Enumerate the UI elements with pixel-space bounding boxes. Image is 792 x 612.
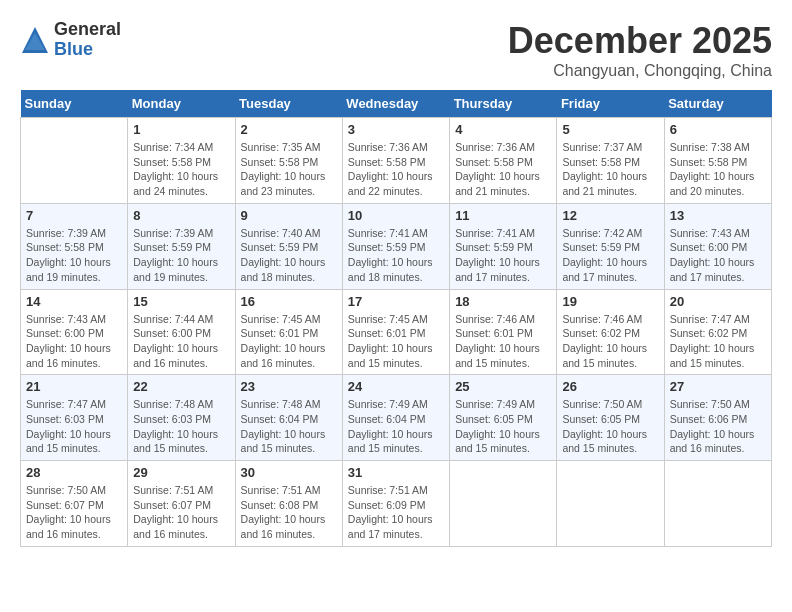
day-info: Sunrise: 7:48 AM Sunset: 6:04 PM Dayligh… (241, 397, 337, 456)
day-number: 20 (670, 294, 766, 309)
calendar-week-row: 14Sunrise: 7:43 AM Sunset: 6:00 PM Dayli… (21, 289, 772, 375)
day-number: 10 (348, 208, 444, 223)
day-number: 1 (133, 122, 229, 137)
calendar-cell: 10Sunrise: 7:41 AM Sunset: 5:59 PM Dayli… (342, 203, 449, 289)
day-number: 3 (348, 122, 444, 137)
calendar-cell: 25Sunrise: 7:49 AM Sunset: 6:05 PM Dayli… (450, 375, 557, 461)
day-number: 9 (241, 208, 337, 223)
day-info: Sunrise: 7:38 AM Sunset: 5:58 PM Dayligh… (670, 140, 766, 199)
calendar-cell: 29Sunrise: 7:51 AM Sunset: 6:07 PM Dayli… (128, 461, 235, 547)
weekday-header-friday: Friday (557, 90, 664, 118)
day-info: Sunrise: 7:34 AM Sunset: 5:58 PM Dayligh… (133, 140, 229, 199)
day-info: Sunrise: 7:46 AM Sunset: 6:01 PM Dayligh… (455, 312, 551, 371)
calendar-cell: 23Sunrise: 7:48 AM Sunset: 6:04 PM Dayli… (235, 375, 342, 461)
day-number: 23 (241, 379, 337, 394)
day-info: Sunrise: 7:45 AM Sunset: 6:01 PM Dayligh… (241, 312, 337, 371)
day-number: 13 (670, 208, 766, 223)
day-info: Sunrise: 7:41 AM Sunset: 5:59 PM Dayligh… (348, 226, 444, 285)
day-number: 24 (348, 379, 444, 394)
day-info: Sunrise: 7:48 AM Sunset: 6:03 PM Dayligh… (133, 397, 229, 456)
day-number: 2 (241, 122, 337, 137)
day-info: Sunrise: 7:50 AM Sunset: 6:06 PM Dayligh… (670, 397, 766, 456)
day-info: Sunrise: 7:49 AM Sunset: 6:05 PM Dayligh… (455, 397, 551, 456)
day-number: 11 (455, 208, 551, 223)
day-number: 25 (455, 379, 551, 394)
calendar-cell: 17Sunrise: 7:45 AM Sunset: 6:01 PM Dayli… (342, 289, 449, 375)
calendar-cell: 21Sunrise: 7:47 AM Sunset: 6:03 PM Dayli… (21, 375, 128, 461)
day-number: 4 (455, 122, 551, 137)
calendar-week-row: 1Sunrise: 7:34 AM Sunset: 5:58 PM Daylig… (21, 118, 772, 204)
day-number: 18 (455, 294, 551, 309)
weekday-header-wednesday: Wednesday (342, 90, 449, 118)
calendar-cell: 16Sunrise: 7:45 AM Sunset: 6:01 PM Dayli… (235, 289, 342, 375)
weekday-header-saturday: Saturday (664, 90, 771, 118)
day-info: Sunrise: 7:46 AM Sunset: 6:02 PM Dayligh… (562, 312, 658, 371)
calendar-cell: 18Sunrise: 7:46 AM Sunset: 6:01 PM Dayli… (450, 289, 557, 375)
calendar-cell (557, 461, 664, 547)
logo-text: General Blue (54, 20, 121, 60)
calendar-cell: 31Sunrise: 7:51 AM Sunset: 6:09 PM Dayli… (342, 461, 449, 547)
calendar-cell: 15Sunrise: 7:44 AM Sunset: 6:00 PM Dayli… (128, 289, 235, 375)
day-info: Sunrise: 7:42 AM Sunset: 5:59 PM Dayligh… (562, 226, 658, 285)
calendar-cell: 24Sunrise: 7:49 AM Sunset: 6:04 PM Dayli… (342, 375, 449, 461)
title-area: December 2025 Changyuan, Chongqing, Chin… (508, 20, 772, 80)
day-number: 14 (26, 294, 122, 309)
calendar-cell: 5Sunrise: 7:37 AM Sunset: 5:58 PM Daylig… (557, 118, 664, 204)
calendar-cell: 3Sunrise: 7:36 AM Sunset: 5:58 PM Daylig… (342, 118, 449, 204)
calendar-cell: 2Sunrise: 7:35 AM Sunset: 5:58 PM Daylig… (235, 118, 342, 204)
calendar-cell: 19Sunrise: 7:46 AM Sunset: 6:02 PM Dayli… (557, 289, 664, 375)
logo-general-text: General (54, 20, 121, 40)
day-info: Sunrise: 7:36 AM Sunset: 5:58 PM Dayligh… (348, 140, 444, 199)
day-number: 12 (562, 208, 658, 223)
calendar-cell (21, 118, 128, 204)
calendar-cell: 11Sunrise: 7:41 AM Sunset: 5:59 PM Dayli… (450, 203, 557, 289)
weekday-header-thursday: Thursday (450, 90, 557, 118)
day-info: Sunrise: 7:51 AM Sunset: 6:07 PM Dayligh… (133, 483, 229, 542)
calendar-cell: 26Sunrise: 7:50 AM Sunset: 6:05 PM Dayli… (557, 375, 664, 461)
calendar-table: SundayMondayTuesdayWednesdayThursdayFrid… (20, 90, 772, 547)
calendar-cell: 9Sunrise: 7:40 AM Sunset: 5:59 PM Daylig… (235, 203, 342, 289)
day-number: 31 (348, 465, 444, 480)
day-info: Sunrise: 7:43 AM Sunset: 6:00 PM Dayligh… (26, 312, 122, 371)
day-info: Sunrise: 7:50 AM Sunset: 6:07 PM Dayligh… (26, 483, 122, 542)
calendar-cell: 12Sunrise: 7:42 AM Sunset: 5:59 PM Dayli… (557, 203, 664, 289)
calendar-cell: 22Sunrise: 7:48 AM Sunset: 6:03 PM Dayli… (128, 375, 235, 461)
weekday-header-tuesday: Tuesday (235, 90, 342, 118)
logo: General Blue (20, 20, 121, 60)
day-info: Sunrise: 7:37 AM Sunset: 5:58 PM Dayligh… (562, 140, 658, 199)
day-info: Sunrise: 7:39 AM Sunset: 5:58 PM Dayligh… (26, 226, 122, 285)
day-number: 17 (348, 294, 444, 309)
calendar-cell: 6Sunrise: 7:38 AM Sunset: 5:58 PM Daylig… (664, 118, 771, 204)
calendar-cell: 27Sunrise: 7:50 AM Sunset: 6:06 PM Dayli… (664, 375, 771, 461)
calendar-week-row: 21Sunrise: 7:47 AM Sunset: 6:03 PM Dayli… (21, 375, 772, 461)
day-number: 26 (562, 379, 658, 394)
day-number: 29 (133, 465, 229, 480)
day-number: 27 (670, 379, 766, 394)
day-info: Sunrise: 7:51 AM Sunset: 6:09 PM Dayligh… (348, 483, 444, 542)
day-info: Sunrise: 7:50 AM Sunset: 6:05 PM Dayligh… (562, 397, 658, 456)
day-info: Sunrise: 7:49 AM Sunset: 6:04 PM Dayligh… (348, 397, 444, 456)
calendar-cell (664, 461, 771, 547)
calendar-week-row: 28Sunrise: 7:50 AM Sunset: 6:07 PM Dayli… (21, 461, 772, 547)
day-info: Sunrise: 7:40 AM Sunset: 5:59 PM Dayligh… (241, 226, 337, 285)
day-info: Sunrise: 7:43 AM Sunset: 6:00 PM Dayligh… (670, 226, 766, 285)
calendar-cell: 20Sunrise: 7:47 AM Sunset: 6:02 PM Dayli… (664, 289, 771, 375)
calendar-week-row: 7Sunrise: 7:39 AM Sunset: 5:58 PM Daylig… (21, 203, 772, 289)
weekday-header-monday: Monday (128, 90, 235, 118)
day-info: Sunrise: 7:44 AM Sunset: 6:00 PM Dayligh… (133, 312, 229, 371)
day-info: Sunrise: 7:36 AM Sunset: 5:58 PM Dayligh… (455, 140, 551, 199)
day-info: Sunrise: 7:39 AM Sunset: 5:59 PM Dayligh… (133, 226, 229, 285)
day-number: 28 (26, 465, 122, 480)
calendar-cell: 4Sunrise: 7:36 AM Sunset: 5:58 PM Daylig… (450, 118, 557, 204)
day-number: 19 (562, 294, 658, 309)
month-title: December 2025 (508, 20, 772, 62)
weekday-header-row: SundayMondayTuesdayWednesdayThursdayFrid… (21, 90, 772, 118)
day-number: 22 (133, 379, 229, 394)
day-number: 6 (670, 122, 766, 137)
calendar-cell: 13Sunrise: 7:43 AM Sunset: 6:00 PM Dayli… (664, 203, 771, 289)
calendar-cell (450, 461, 557, 547)
day-number: 7 (26, 208, 122, 223)
calendar-cell: 1Sunrise: 7:34 AM Sunset: 5:58 PM Daylig… (128, 118, 235, 204)
logo-blue-text: Blue (54, 40, 121, 60)
day-info: Sunrise: 7:51 AM Sunset: 6:08 PM Dayligh… (241, 483, 337, 542)
